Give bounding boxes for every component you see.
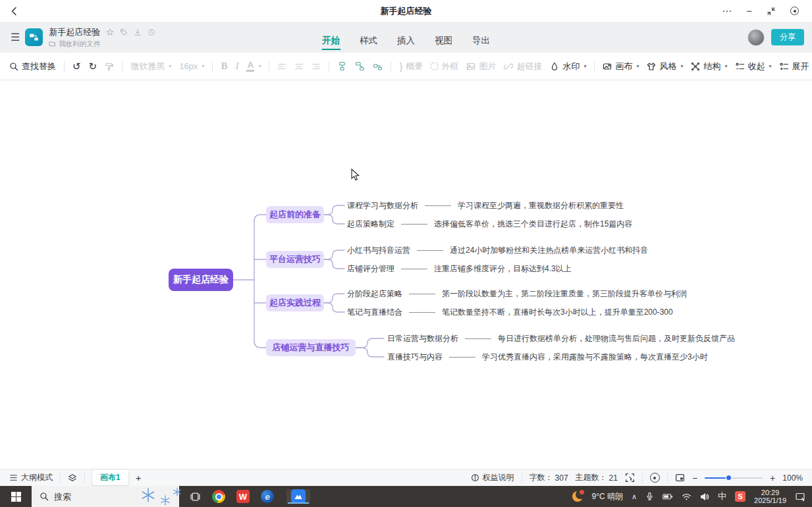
mindmap-branch-node[interactable]: 店铺运营与直播技巧 <box>266 339 356 356</box>
mindmap-branch-node[interactable]: 起店实践过程 <box>266 294 324 311</box>
subtopic-label[interactable]: 起店策略制定 <box>347 219 394 230</box>
app-logo-icon[interactable] <box>25 28 43 46</box>
mindmap-subtopic-row[interactable]: 日常运营与数据分析 每日进行数据榜单分析，处理物流与售后问题，及时更新负反馈产品 <box>387 333 735 344</box>
redo-button[interactable]: ↻ <box>89 61 97 71</box>
canvas-button[interactable]: 画布▾ <box>603 62 639 71</box>
sogou-ime-button[interactable]: S <box>735 491 745 502</box>
subtopic-detail[interactable]: 通过24小时加够粉丝和关注热点榜单来运营小红书和抖音 <box>450 245 648 256</box>
format-painter-button[interactable] <box>105 62 114 71</box>
subtopic-label[interactable]: 日常运营与数据分析 <box>387 333 458 344</box>
align-left-button[interactable] <box>277 62 286 71</box>
summary-button[interactable]: }概要 <box>399 61 423 71</box>
subtopic-detail[interactable]: 笔记数量坚持不断，直播时长每次3小时以上，提升单量至200-300 <box>442 307 673 318</box>
collapse-button[interactable]: 收起▾ <box>736 62 772 71</box>
battery-tray-button[interactable] <box>663 493 673 500</box>
insert-child-topic-button[interactable] <box>337 61 347 71</box>
add-canvas-button[interactable]: + <box>136 472 142 483</box>
subtopic-detail[interactable]: 每日进行数据榜单分析，处理物流与售后问题，及时更新负反馈产品 <box>498 333 735 344</box>
subtopic-detail[interactable]: 学习优秀直播内容，采用露脸与不露脸策略，每次直播至少3小时 <box>482 352 708 363</box>
canvas-tab[interactable]: 画布1 <box>92 470 128 485</box>
subtopic-label[interactable]: 分阶段起店策略 <box>347 288 402 300</box>
subtopic-detail[interactable]: 选择偏低客单价，挑选三个类目进行起店，制作15篇内容 <box>434 219 632 230</box>
mindmap-subtopic-row[interactable]: 笔记与直播结合 笔记数量坚持不断，直播时长每次3小时以上，提升单量至200-30… <box>347 307 673 317</box>
start-button[interactable] <box>0 486 32 507</box>
insert-sibling-topic-button[interactable] <box>355 61 365 71</box>
structure-button[interactable]: 结构▾ <box>691 62 727 71</box>
insert-parent-topic-button[interactable] <box>373 61 383 71</box>
network-tray-button[interactable] <box>682 493 691 501</box>
tag-icon[interactable] <box>120 28 128 36</box>
minimap-button[interactable] <box>675 473 685 483</box>
mindmap-branch-node[interactable]: 平台运营技巧 <box>266 251 324 268</box>
layers-button[interactable] <box>68 473 77 483</box>
zoom-out-button[interactable]: − <box>692 473 697 483</box>
outline-mode-button[interactable]: 大纲模式 <box>9 472 53 483</box>
expand-button[interactable]: 展开▾ <box>780 62 812 71</box>
more-button[interactable]: ⋯ <box>722 5 732 17</box>
mindmap-subtopic-row[interactable]: 小红书与抖音运营 通过24小时加够粉丝和关注热点榜单来运营小红书和抖音 <box>347 245 648 255</box>
subtopic-label[interactable]: 课程学习与数据分析 <box>347 200 418 211</box>
find-replace-button[interactable]: 查找替换 <box>9 62 56 71</box>
zoom-slider-knob[interactable] <box>726 475 731 480</box>
mindmap-subtopic-row[interactable]: 课程学习与数据分析 学习课程至少两遍，重视数据分析积累的重要性 <box>347 200 624 211</box>
wps-button[interactable]: W <box>236 490 250 503</box>
mindmap-branch-node[interactable]: 起店前的准备 <box>266 206 324 223</box>
task-view-button[interactable] <box>190 491 201 502</box>
mindmap-app-taskbar-button[interactable] <box>286 489 310 504</box>
subtopic-label[interactable]: 笔记与直播结合 <box>347 307 402 318</box>
subtopic-detail[interactable]: 注重店铺多维度评分，目标达到4.3以上 <box>434 263 572 275</box>
notification-center-button[interactable] <box>795 492 805 502</box>
font-family-select[interactable]: 微软雅黑▾ <box>130 62 171 70</box>
align-center-button[interactable] <box>294 62 304 71</box>
history-sync-icon[interactable] <box>148 28 155 36</box>
undo-button[interactable]: ↺ <box>72 61 81 71</box>
zoom-in-button[interactable]: + <box>770 473 775 483</box>
frame-button[interactable]: 外框 <box>431 62 458 70</box>
microphone-tray-button[interactable] <box>645 492 654 501</box>
show-hidden-icons-button[interactable]: ∧ <box>632 493 637 501</box>
font-color-button[interactable]: A ▾ <box>246 61 261 72</box>
ime-language-button[interactable]: 中 <box>718 491 726 502</box>
taskbar-search[interactable] <box>32 486 179 507</box>
tab-style[interactable]: 样式 <box>359 32 378 49</box>
mindmap-root-node[interactable]: 新手起店经验 <box>169 269 233 291</box>
bold-button[interactable]: B <box>221 61 227 71</box>
italic-button[interactable]: I <box>235 61 238 71</box>
back-button[interactable] <box>9 6 20 16</box>
hyperlink-button[interactable]: 超链接 <box>504 62 542 71</box>
tab-view[interactable]: 视图 <box>434 32 453 49</box>
tab-export[interactable]: 导出 <box>472 32 491 49</box>
share-button[interactable]: 分享 <box>771 29 804 45</box>
align-right-button[interactable] <box>311 62 321 71</box>
tab-start[interactable]: 开始 <box>321 32 340 49</box>
mindmap-subtopic-row[interactable]: 店铺评分管理 注重店铺多维度评分，目标达到4.3以上 <box>347 263 572 274</box>
watermark-button[interactable]: 水印▾ <box>550 62 586 71</box>
mindmap-canvas[interactable]: 新手起店经验 起店前的准备 平台运营技巧 起店实践过程 店铺运营与直播技巧 课程… <box>0 80 812 469</box>
download-icon[interactable] <box>134 28 142 36</box>
zoom-slider[interactable] <box>705 475 763 481</box>
browser-button[interactable]: e <box>261 490 274 503</box>
close-button[interactable] <box>790 7 799 15</box>
file-location-row[interactable]: 我收到的文件 <box>49 40 155 49</box>
rights-info-button[interactable]: 权益说明 <box>471 472 514 483</box>
mindmap-subtopic-row[interactable]: 起店策略制定 选择偏低客单价，挑选三个类目进行起店，制作15篇内容 <box>347 219 632 229</box>
subtopic-detail[interactable]: 学习课程至少两遍，重视数据分析积累的重要性 <box>458 200 624 211</box>
file-name[interactable]: 新手起店经验 <box>49 26 100 38</box>
minimize-button[interactable]: − <box>746 5 752 16</box>
volume-tray-button[interactable] <box>700 493 709 501</box>
clock[interactable]: 20:29 2025/1/19 <box>754 489 786 505</box>
subtopic-label[interactable]: 直播技巧与内容 <box>387 352 443 363</box>
locate-center-button[interactable] <box>650 473 660 483</box>
mindmap-subtopic-row[interactable]: 分阶段起店策略 第一阶段以数量为主，第二阶段注重质量，第三阶段提升客单价与利润 <box>347 288 687 299</box>
chrome-button[interactable] <box>212 490 225 503</box>
search-input[interactable] <box>54 492 126 502</box>
weather-text[interactable]: 9°C 晴朗 <box>592 491 623 502</box>
fit-screen-button[interactable] <box>625 473 635 483</box>
image-button[interactable]: 图片 <box>466 62 496 71</box>
favorite-star-icon[interactable] <box>106 28 114 36</box>
subtopic-detail[interactable]: 第一阶段以数量为主，第二阶段注重质量，第三阶段提升客单价与利润 <box>442 288 687 300</box>
style-button[interactable]: 风格▾ <box>647 62 683 71</box>
menu-button[interactable]: ☰ <box>11 31 20 43</box>
subtopic-label[interactable]: 小红书与抖音运营 <box>347 245 410 256</box>
avatar[interactable] <box>747 29 765 46</box>
